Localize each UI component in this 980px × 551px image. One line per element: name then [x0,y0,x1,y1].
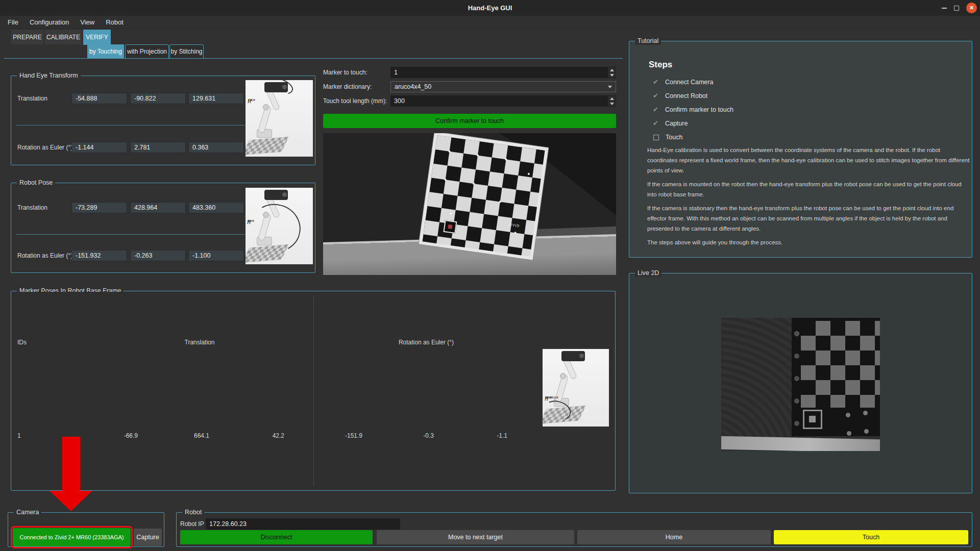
check-icon: ✔ [653,120,658,127]
calibration-board: ZIVID [419,133,549,260]
touch-button[interactable]: Touch [774,530,968,544]
tutorial-text: Hand-Eye calibration is used to convert … [647,145,970,251]
step-connect-robot: ✔ Connect Robot [653,92,707,100]
camera-status-button[interactable]: Connected to Zivid 2+ MR60 (23383AGA) [13,528,131,546]
live-2d-title: Live 2D [635,269,662,277]
red-arrow-head [50,491,92,511]
disconnect-button[interactable]: Disconnect [180,530,373,544]
column-divider [313,295,314,486]
marker-dictionary-label: Marker dictionary: [323,81,372,92]
table-surface [721,436,880,451]
tutorial-paragraph: Hand-Eye calibration is used to convert … [647,145,970,176]
dropdown-arrow-icon [608,86,612,88]
fiducial-marker [443,220,457,234]
tab-prepare[interactable]: PREPARE [11,30,43,44]
board-rivets [794,331,799,336]
close-icon[interactable]: ✕ [966,3,977,13]
camera-view-image: ZIVID [323,133,616,275]
step-capture: ✔ Capture [653,119,688,128]
robot-ip-field[interactable]: 172.28.60.23 [206,518,400,530]
tutorial-title: Tutorial [635,37,661,45]
spin-up-icon[interactable] [610,97,614,100]
tutorial-paragraph: The steps above will guide you through t… [647,237,970,247]
hand-eye-rotation-x-field[interactable]: -1.144 [71,142,127,153]
cell-rz: -1.1 [441,430,507,441]
menu-view[interactable]: View [75,16,100,29]
menu-robot[interactable]: Robot [100,16,129,29]
touch-tool-length-label: Touch tool length (mm): [323,95,387,107]
window-title: Hand-Eye GUI [468,4,512,12]
camera-status-highlight: Connected to Zivid 2+ MR60 (23383AGA) [11,526,133,548]
touch-tool-length-spinner[interactable]: 300 [390,95,616,107]
camera-panel-title: Camera [14,509,41,516]
menu-file[interactable]: File [2,16,24,29]
robot-pose-title: Robot Pose [17,179,55,187]
marker-dictionary-dropdown[interactable]: aruco4x4_50 [390,81,616,92]
tab-calibrate[interactable]: CALIBRATE [45,30,82,44]
hand-eye-translation-x-field[interactable]: -54.888 [71,93,127,104]
marker-to-touch-spinner[interactable]: 1 [390,67,616,78]
cell-ty: 664.1 [143,430,209,441]
live2d-image [721,318,880,451]
capture-button[interactable]: Capture [134,529,162,546]
marker-poses-group: Marker Poses In Robot Base Frame IDs Tra… [11,291,616,491]
check-icon: ✔ [653,106,658,113]
robot-pose-group: Robot Pose Translation -73.289 428.964 4… [11,183,315,273]
unchecked-checkbox-icon [653,135,659,140]
column-header-rotation: Rotation as Euler (°) [355,338,498,346]
cell-ry: -0.3 [368,430,434,441]
robot-pose-translation-z-field[interactable]: 483.360 [188,202,244,213]
menu-configuration[interactable]: Configuration [24,16,75,29]
rotation-label: Rotation as Euler (°) [17,250,72,261]
subtab-by-stitching[interactable]: by Stitching [169,44,204,58]
tutorial-paragraph: If the camera is stationary then the han… [647,203,970,234]
hand-eye-transform-group: Hand Eye Transform Translation -54.888 -… [11,76,315,165]
hand-eye-rotation-z-field[interactable]: 0.363 [188,142,244,153]
robot-pose-rotation-z-field[interactable]: -1.100 [188,250,244,261]
home-button[interactable]: Home [577,530,771,544]
check-icon: ✔ [653,79,658,86]
cell-id: 1 [17,430,21,441]
rotation-arrow-icon [257,80,295,98]
robot-panel-title: Robot [182,509,204,516]
translation-label: Translation [17,202,47,213]
maximize-icon[interactable] [954,6,959,11]
cell-tx: -66.9 [71,430,138,441]
title-bar: Hand-Eye GUI ✕ [0,0,980,16]
fiducial-marker [803,410,822,429]
subtab-with-projection[interactable]: with Projection [125,44,169,58]
hand-eye-translation-y-field[interactable]: -90.822 [130,93,186,104]
tab-verify[interactable]: VERIFY [83,30,111,45]
step-confirm-marker: ✔ Confirm marker to touch [653,106,733,114]
robot-pose-rotation-y-field[interactable]: -0.263 [130,250,186,261]
tutorial-paragraph: If the camera is mounted on the robot th… [647,179,970,199]
hand-eye-rotation-y-field[interactable]: 2.781 [130,142,186,153]
minimize-icon[interactable] [942,8,947,9]
hand-eye-translation-z-field[interactable]: 129.631 [188,93,244,104]
checkerboard-plate [246,137,289,155]
hand-eye-illustration: HEECAM [246,80,313,157]
hand-eye-transform-title: Hand Eye Transform [17,72,81,80]
hand-eye-gui-window: Hand-Eye GUI ✕ File Configuration View R… [0,0,980,551]
spin-down-icon[interactable] [610,74,614,77]
red-arrow-annotation [62,437,80,492]
robot-ip-label: Robot IP [180,518,204,530]
divider [16,234,245,235]
camera-panel: Camera Connected to Zivid 2+ MR60 (23383… [8,512,164,547]
cell-tz: 42.2 [218,430,284,441]
confirm-marker-button[interactable]: Confirm marker to touch [323,114,616,128]
robot-pose-rotation-x-field[interactable]: -151.932 [71,250,127,261]
tab-pane-border [4,58,623,59]
robot-pose-translation-x-field[interactable]: -73.289 [71,202,127,213]
step-connect-camera: ✔ Connect Camera [653,78,713,86]
robot-panel: Robot Robot IP 172.28.60.23 Disconnect M… [176,512,972,547]
spin-down-icon[interactable] [610,103,614,105]
menu-bar: File Configuration View Robot [0,16,980,29]
subtab-by-touching[interactable]: by Touching [87,44,124,58]
cell-rx: -151.9 [296,430,362,441]
rotation-label: Rotation as Euler (°) [17,142,72,153]
move-to-next-target-button[interactable]: Move to next target [377,530,574,544]
translation-label: Translation [17,93,47,104]
spin-up-icon[interactable] [610,69,614,71]
robot-pose-translation-y-field[interactable]: 428.964 [130,202,186,213]
